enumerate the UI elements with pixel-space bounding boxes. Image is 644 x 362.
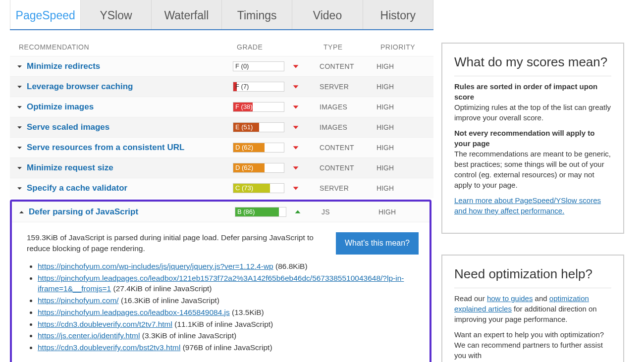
recommendation-detail: 159.3KiB of JavaScript is parsed during … [12, 222, 429, 362]
recommendation-row[interactable]: Minimize redirectsF (0)CONTENTHIGH [10, 56, 433, 76]
recommendation-link[interactable]: Serve scaled images [27, 122, 109, 132]
priority-value: HIGH [376, 123, 421, 131]
detail-item-link[interactable]: https://pinchofyum.com/wp-includes/js/jq… [38, 262, 273, 270]
detail-description: 159.3KiB of JavaScript is parsed during … [27, 232, 336, 255]
detail-item: https://pinchofyum.leadpages.co/leadbox/… [38, 273, 419, 294]
recommendation-row[interactable]: Optimize imagesF (38)IMAGESHIGH [10, 97, 433, 117]
priority-value: HIGH [378, 208, 423, 216]
help-howto-link[interactable]: how to guides [487, 294, 533, 303]
detail-item-link[interactable]: https://pinchofyum.leadpages.co/leadbox/… [38, 274, 404, 293]
whats-this-mean-button[interactable]: What's this mean? [336, 232, 419, 255]
priority-value: HIGH [376, 83, 421, 91]
type-value: CONTENT [320, 62, 376, 70]
arrow-down-icon [291, 103, 300, 111]
chevron-down-icon[interactable] [15, 143, 24, 152]
arrow-down-icon [291, 123, 300, 132]
recommendation-link[interactable]: Defer parsing of JavaScript [29, 207, 138, 217]
recommendation-link[interactable]: Specify a cache validator [27, 183, 127, 193]
chevron-down-icon[interactable] [15, 184, 24, 193]
priority-value: HIGH [376, 103, 421, 111]
chevron-up-icon[interactable] [17, 207, 26, 216]
arrow-up-icon [293, 207, 302, 216]
priority-value: HIGH [376, 184, 421, 192]
detail-item: https://cdn3.doubleverify.com/t2tv7.html… [38, 319, 419, 330]
detail-item: https://js.center.io/identify.html (3.3K… [38, 331, 419, 341]
arrow-down-icon [291, 163, 300, 172]
recommendation-row[interactable]: Specify a cache validatorC (73)SERVERHIG… [10, 178, 433, 198]
tab-pagespeed[interactable]: PageSpeed [10, 0, 81, 29]
scores-p2-rest: The recommendations are meant to be gene… [454, 150, 611, 189]
detail-item: https://pinchofyum.com/wp-includes/js/jq… [38, 261, 419, 272]
recommendation-row[interactable]: Serve scaled imagesE (51)IMAGESHIGH [10, 117, 433, 137]
detail-item: https://cdn3.doubleverify.com/bst2tv3.ht… [38, 343, 419, 353]
detail-item-link[interactable]: https://js.center.io/identify.html [38, 331, 140, 340]
detail-item-note: (86.8KiB) [273, 262, 308, 270]
chevron-down-icon[interactable] [15, 163, 24, 172]
recommendation-link[interactable]: Minimize request size [27, 163, 113, 173]
recommendation-row[interactable]: Serve resources from a consistent URLD (… [10, 137, 433, 157]
type-value: JS [322, 208, 378, 216]
tab-yslow[interactable]: YSlow [81, 0, 151, 29]
grade-bar: E (51) [233, 122, 284, 132]
header-grade: GRADE [237, 43, 323, 51]
sidebar-scores-title: What do my scores mean? [454, 54, 611, 76]
grade-bar: C (73) [233, 183, 284, 193]
grade-label: F (0) [235, 62, 249, 70]
chevron-down-icon[interactable] [15, 62, 24, 71]
recommendation-row[interactable]: Leverage browser cachingF (7)SERVERHIGH [10, 76, 433, 97]
chevron-down-icon[interactable] [15, 123, 24, 132]
detail-item-link[interactable]: https://cdn3.doubleverify.com/bst2tv3.ht… [38, 343, 180, 352]
help-p1: Read our how to guides and optimization … [454, 293, 611, 324]
header-priority: PRIORITY [380, 43, 425, 51]
detail-item-note: (13.5KiB) [230, 308, 264, 316]
detail-item-note: (3.3KiB of inline JavaScript) [140, 331, 236, 340]
detail-item-link[interactable]: https://pinchofyum.leadpages.co/leadbox-… [38, 308, 230, 316]
grade-label: D (62) [235, 164, 253, 171]
grade-bar: D (62) [233, 163, 284, 173]
recommendation-link[interactable]: Minimize redirects [27, 61, 100, 71]
detail-item-note: (976B of inline JavaScript) [180, 343, 272, 352]
recommendation-link[interactable]: Leverage browser caching [27, 82, 133, 92]
results-tabs: PageSpeedYSlowWaterfallTimingsVideoHisto… [10, 0, 433, 30]
grade-label: F (7) [235, 83, 249, 90]
grade-bar: D (62) [233, 143, 284, 153]
grade-label: D (62) [235, 144, 253, 151]
scores-p1-strong: Rules are sorted in order of impact upon… [454, 82, 597, 101]
priority-value: HIGH [376, 144, 421, 152]
detail-item-link[interactable]: https://cdn3.doubleverify.com/t2tv7.html [38, 320, 172, 328]
tab-timings[interactable]: Timings [222, 0, 292, 29]
grade-bar: B (86) [235, 207, 286, 217]
arrow-down-icon [291, 184, 300, 193]
detail-item: https://pinchofyum.com/ (16.3KiB of inli… [38, 296, 419, 306]
tab-waterfall[interactable]: Waterfall [152, 0, 222, 29]
sidebar-help-title: Need optimization help? [454, 266, 611, 288]
chevron-down-icon[interactable] [15, 103, 24, 111]
recommendation-row[interactable]: Minimize request sizeD (62)CONTENTHIGH [10, 157, 433, 178]
header-recommendation: RECOMMENDATION [19, 43, 237, 51]
grade-bar: F (38) [233, 102, 284, 112]
chevron-down-icon[interactable] [15, 82, 24, 91]
tab-video[interactable]: Video [292, 0, 363, 29]
sidebar-help-box: Need optimization help? Read our how to … [441, 255, 624, 362]
scores-learn-more-link[interactable]: Learn more about PageSpeed/YSlow scores … [454, 196, 601, 215]
detail-item-note: (11.1KiB of inline JavaScript) [172, 320, 273, 328]
recommendation-link[interactable]: Serve resources from a consistent URL [27, 143, 184, 153]
priority-value: HIGH [376, 62, 421, 70]
type-value: CONTENT [320, 164, 376, 172]
arrow-down-icon [291, 82, 300, 91]
type-value: SERVER [320, 83, 376, 91]
scores-p2-strong: Not every recommendation will apply to y… [454, 129, 594, 148]
detail-item-link[interactable]: https://pinchofyum.com/ [38, 296, 119, 305]
arrow-down-icon [291, 62, 300, 71]
grade-label: E (51) [235, 123, 253, 131]
results-table-header: RECOMMENDATION GRADE TYPE PRIORITY [10, 30, 433, 56]
recommendation-row[interactable]: Defer parsing of JavaScriptB (86)JSHIGH [12, 202, 429, 222]
priority-value: HIGH [376, 164, 421, 172]
recommendation-link[interactable]: Optimize images [27, 102, 94, 112]
arrow-down-icon [291, 143, 300, 152]
tab-history[interactable]: History [363, 0, 433, 29]
detail-item: https://pinchofyum.leadpages.co/leadbox-… [38, 308, 419, 318]
header-type: TYPE [323, 43, 380, 51]
detail-item-note: (27.4KiB of inline JavaScript) [111, 284, 212, 293]
grade-label: C (73) [235, 184, 253, 192]
